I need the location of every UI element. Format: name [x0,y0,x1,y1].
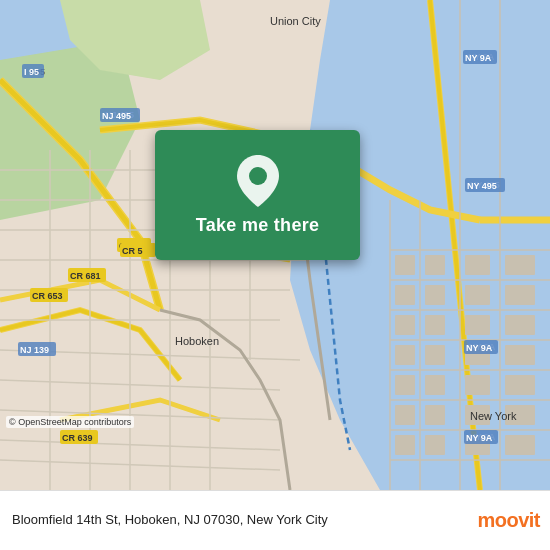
svg-text:CR 639: CR 639 [62,433,93,443]
svg-text:CR 5: CR 5 [122,246,143,256]
svg-rect-53 [505,375,535,395]
svg-text:NY 9A: NY 9A [466,433,493,443]
svg-rect-34 [395,255,415,275]
svg-rect-61 [505,435,535,455]
address-text: Bloomfield 14th St, Hoboken, NJ 07030, N… [12,511,328,529]
svg-text:CR 681: CR 681 [70,271,101,281]
location-pin-icon [237,155,279,207]
svg-rect-44 [465,315,490,335]
svg-rect-58 [395,435,415,455]
svg-text:NJ 495: NJ 495 [102,111,131,121]
svg-rect-54 [395,405,415,425]
svg-text:CR 653: CR 653 [32,291,63,301]
moovit-logo: moovit [477,509,540,532]
take-me-there-button[interactable]: Take me there [155,130,360,260]
svg-text:I 95: I 95 [24,67,39,77]
svg-rect-49 [505,345,535,365]
svg-rect-50 [395,375,415,395]
svg-rect-35 [425,255,445,275]
svg-text:Hoboken: Hoboken [175,335,219,347]
svg-rect-55 [425,405,445,425]
svg-rect-38 [465,255,490,275]
map-view: I 95 I 95 NJ 495 NJ 495 NY 495 NY 495 NY… [0,0,550,490]
svg-rect-59 [425,435,445,455]
svg-rect-39 [465,285,490,305]
svg-point-95 [249,167,267,185]
svg-rect-45 [505,315,535,335]
take-me-there-label: Take me there [196,215,320,236]
map-attribution: © OpenStreetMap contributors [6,416,134,428]
svg-text:NJ 139: NJ 139 [20,345,49,355]
svg-rect-43 [425,315,445,335]
svg-rect-46 [395,345,415,365]
svg-text:New York: New York [470,410,517,422]
svg-text:NY 9A: NY 9A [465,53,492,63]
svg-rect-41 [505,285,535,305]
svg-rect-47 [425,345,445,365]
svg-text:NY 495: NY 495 [467,181,497,191]
svg-rect-51 [425,375,445,395]
svg-rect-40 [505,255,535,275]
svg-text:Union City: Union City [270,15,321,27]
svg-rect-37 [425,285,445,305]
svg-rect-36 [395,285,415,305]
svg-text:NY 9A: NY 9A [466,343,493,353]
bottom-info-bar: Bloomfield 14th St, Hoboken, NJ 07030, N… [0,490,550,550]
svg-rect-42 [395,315,415,335]
svg-rect-52 [465,375,490,395]
moovit-logo-text: moovit [477,509,540,532]
